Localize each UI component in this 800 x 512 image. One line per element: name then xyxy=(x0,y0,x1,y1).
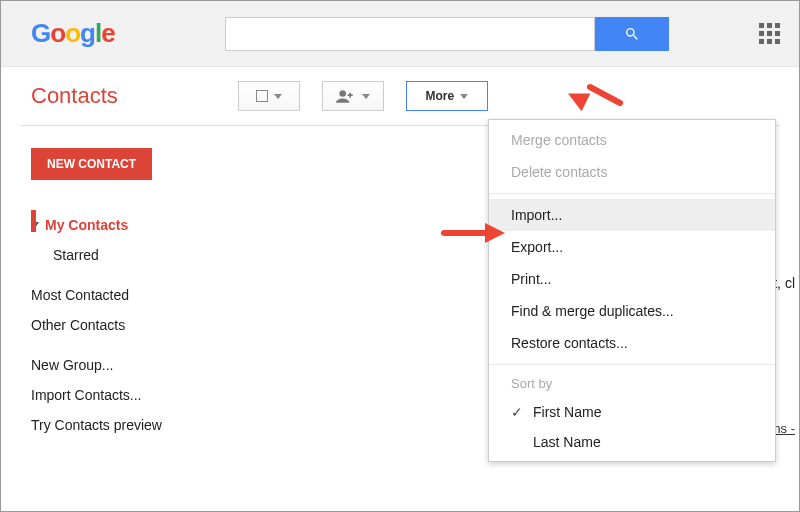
menu-item-import[interactable]: Import... xyxy=(489,199,775,231)
logo-letter: g xyxy=(80,18,95,49)
page-title: Contacts xyxy=(31,83,118,109)
sidebar-item-starred[interactable]: Starred xyxy=(31,240,261,270)
more-button[interactable]: More xyxy=(406,81,488,111)
google-logo[interactable]: G o o g l e xyxy=(31,18,115,49)
sidebar-item-try-preview[interactable]: Try Contacts preview xyxy=(31,410,261,440)
truncated-text: t, cl xyxy=(773,275,795,291)
menu-item-first-name[interactable]: ✓ First Name xyxy=(489,397,775,427)
menu-item-merge: Merge contacts xyxy=(489,124,775,156)
search-input[interactable] xyxy=(225,17,595,51)
person-plus-icon xyxy=(336,89,356,103)
menu-item-last-name[interactable]: Last Name xyxy=(489,427,775,457)
caret-down-icon xyxy=(362,94,370,99)
logo-letter: o xyxy=(65,18,80,49)
sidebar-item-import-contacts[interactable]: Import Contacts... xyxy=(31,380,261,410)
sidebar: NEW CONTACT My Contacts Starred Most Con… xyxy=(1,126,261,440)
menu-item-label: First Name xyxy=(533,404,601,420)
menu-item-label: Last Name xyxy=(533,434,601,450)
caret-down-icon xyxy=(460,94,468,99)
svg-point-0 xyxy=(339,90,346,97)
more-label: More xyxy=(425,89,454,103)
active-indicator xyxy=(31,210,36,232)
select-all-button[interactable] xyxy=(238,81,300,111)
menu-separator xyxy=(489,364,775,365)
sidebar-item-other-contacts[interactable]: Other Contacts xyxy=(31,310,261,340)
add-to-group-button[interactable] xyxy=(322,81,384,111)
menu-label-sort-by: Sort by xyxy=(489,370,775,397)
sidebar-item-label: My Contacts xyxy=(45,217,128,233)
new-contact-button[interactable]: NEW CONTACT xyxy=(31,148,152,180)
toolbar: Contacts More xyxy=(1,67,799,125)
menu-item-print[interactable]: Print... xyxy=(489,263,775,295)
menu-item-delete: Delete contacts xyxy=(489,156,775,188)
search-button[interactable] xyxy=(595,17,669,51)
logo-letter: o xyxy=(50,18,65,49)
sidebar-item-most-contacted[interactable]: Most Contacted xyxy=(31,280,261,310)
menu-item-find-duplicates[interactable]: Find & merge duplicates... xyxy=(489,295,775,327)
logo-letter: G xyxy=(31,18,50,49)
menu-separator xyxy=(489,193,775,194)
sidebar-item-new-group[interactable]: New Group... xyxy=(31,350,261,380)
menu-item-export[interactable]: Export... xyxy=(489,231,775,263)
apps-grid-icon[interactable] xyxy=(759,23,781,45)
search-icon xyxy=(624,26,640,42)
logo-letter: e xyxy=(101,18,114,49)
check-icon: ✓ xyxy=(511,404,523,420)
sidebar-item-my-contacts[interactable]: My Contacts xyxy=(31,210,261,240)
header: G o o g l e xyxy=(1,1,799,67)
checkbox-icon xyxy=(256,90,268,102)
menu-item-restore[interactable]: Restore contacts... xyxy=(489,327,775,359)
more-dropdown-menu: Merge contacts Delete contacts Import...… xyxy=(488,119,776,462)
caret-down-icon xyxy=(274,94,282,99)
